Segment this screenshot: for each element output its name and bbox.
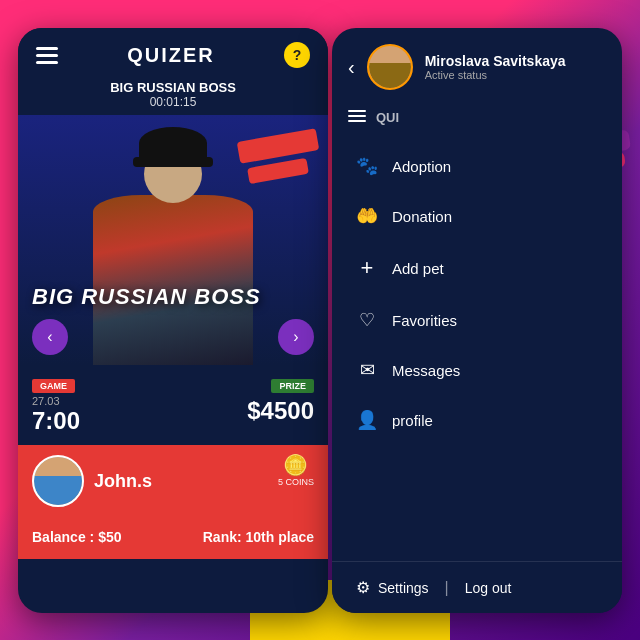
user-name-drawer: Miroslava Savitskaya bbox=[425, 53, 606, 69]
prize-box: PRIZE $4500 bbox=[178, 375, 314, 435]
app-logo: QUIZER bbox=[127, 44, 215, 67]
settings-item[interactable]: ⚙ Settings bbox=[356, 578, 429, 597]
drawer-bottom: ⚙ Settings | Log out bbox=[332, 561, 622, 613]
settings-icon: ⚙ bbox=[356, 578, 370, 597]
profile-label: profile bbox=[392, 412, 433, 429]
balance-text: Balance : $50 bbox=[32, 529, 122, 545]
menu-divider: | bbox=[445, 579, 449, 597]
hero-section: BIG RUSSIAN BOSS ‹ › bbox=[18, 115, 328, 365]
question-badge[interactable]: ? bbox=[284, 42, 310, 68]
user-info-drawer: Miroslava Savitskaya Active status bbox=[425, 53, 606, 81]
game-time: 7:00 bbox=[32, 407, 168, 435]
adoption-icon: 🐾 bbox=[356, 155, 378, 177]
menu-item-donation[interactable]: 🤲 Donation bbox=[332, 191, 622, 241]
messages-icon: ✉ bbox=[356, 359, 378, 381]
back-arrow[interactable]: ‹ bbox=[348, 56, 355, 79]
phone-main: QUIZER ? BIG RUSSIAN BOSS 00:01:15 B bbox=[18, 28, 328, 613]
prize-badge: PRIZE bbox=[271, 379, 314, 393]
prev-arrow[interactable]: ‹ bbox=[32, 319, 68, 355]
host-info: BIG RUSSIAN BOSS 00:01:15 bbox=[18, 76, 328, 115]
profile-icon: 👤 bbox=[356, 409, 378, 431]
add-pet-icon: + bbox=[356, 255, 378, 281]
game-info: GAME 27.03 7:00 PRIZE $4500 bbox=[18, 365, 328, 445]
favorities-label: Favorities bbox=[392, 312, 457, 329]
host-time: 00:01:15 bbox=[18, 95, 328, 109]
coins-label: 5 COINS bbox=[278, 477, 314, 487]
player-name: John.s bbox=[94, 471, 152, 492]
nav-arrows: ‹ › bbox=[18, 319, 328, 355]
balance-section: Balance : $50 Rank: 10th place bbox=[18, 521, 328, 559]
adoption-label: Adoption bbox=[392, 158, 451, 175]
rank-text: Rank: 10th place bbox=[203, 529, 314, 545]
drawer-header: ‹ Miroslava Savitskaya Active status bbox=[332, 28, 622, 102]
drawer-logo-peek: QUI bbox=[376, 110, 399, 125]
menu-item-messages[interactable]: ✉ Messages bbox=[332, 345, 622, 395]
hamburger-menu[interactable] bbox=[36, 47, 58, 64]
settings-label: Settings bbox=[378, 580, 429, 596]
menu-item-favorities[interactable]: ♡ Favorities bbox=[332, 295, 622, 345]
messages-label: Messages bbox=[392, 362, 460, 379]
add-pet-label: Add pet bbox=[392, 260, 444, 277]
phone-drawer: ‹ Miroslava Savitskaya Active status QUI… bbox=[332, 28, 622, 613]
next-arrow[interactable]: › bbox=[278, 319, 314, 355]
donation-label: Donation bbox=[392, 208, 452, 225]
menu-item-add-pet[interactable]: + Add pet bbox=[332, 241, 622, 295]
user-avatar-drawer bbox=[367, 44, 413, 90]
game-date: 27.03 bbox=[32, 395, 60, 407]
hero-title: BIG RUSSIAN BOSS bbox=[32, 284, 261, 310]
drawer-sub-header: QUI bbox=[332, 102, 622, 133]
main-header: QUIZER ? bbox=[18, 28, 328, 76]
logout-button[interactable]: Log out bbox=[465, 580, 512, 596]
game-box: GAME 27.03 7:00 bbox=[32, 375, 168, 435]
host-name: BIG RUSSIAN BOSS bbox=[18, 80, 328, 95]
drawer-menu: 🐾 Adoption 🤲 Donation + Add pet ♡ Favori… bbox=[332, 133, 622, 453]
coins-section: 🪙 5 COINS bbox=[278, 453, 314, 487]
game-badge: GAME bbox=[32, 379, 75, 393]
coins-icon: 🪙 bbox=[278, 453, 314, 477]
menu-item-adoption[interactable]: 🐾 Adoption bbox=[332, 141, 622, 191]
prize-amount: $4500 bbox=[178, 397, 314, 425]
favorities-icon: ♡ bbox=[356, 309, 378, 331]
menu-item-profile[interactable]: 👤 profile bbox=[332, 395, 622, 445]
donation-icon: 🤲 bbox=[356, 205, 378, 227]
player-avatar bbox=[32, 455, 84, 507]
player-section: John.s 🪙 5 COINS bbox=[18, 445, 328, 521]
drawer-hamburger[interactable] bbox=[348, 110, 366, 125]
user-status: Active status bbox=[425, 69, 606, 81]
